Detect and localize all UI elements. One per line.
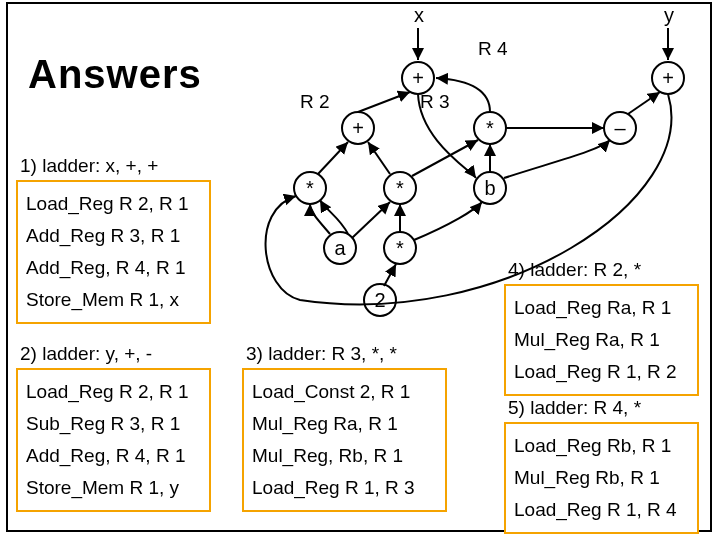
ladder1-header: 1) ladder: x, +, + xyxy=(20,155,158,177)
ladder5-header: 5) ladder: R 4, * xyxy=(508,397,641,419)
ladder3-line: Load_Const 2, R 1 xyxy=(252,376,437,408)
ladder5-box: Load_Reg Rb, R 1 Mul_Reg Rb, R 1 Load_Re… xyxy=(504,422,699,534)
ladder4-line: Load_Reg Ra, R 1 xyxy=(514,292,689,324)
ladder4-box: Load_Reg Ra, R 1 Mul_Reg Ra, R 1 Load_Re… xyxy=(504,284,699,396)
ladder4-line: Mul_Reg Ra, R 1 xyxy=(514,324,689,356)
ladder1-line: Store_Mem R 1, x xyxy=(26,284,201,316)
ladder2-line: Store_Mem R 1, y xyxy=(26,472,201,504)
ladder2-box: Load_Reg R 2, R 1 Sub_Reg R 3, R 1 Add_R… xyxy=(16,368,211,512)
ladder5-line: Mul_Reg Rb, R 1 xyxy=(514,462,689,494)
ladder1-box: Load_Reg R 2, R 1 Add_Reg R 3, R 1 Add_R… xyxy=(16,180,211,324)
ladder2-line: Load_Reg R 2, R 1 xyxy=(26,376,201,408)
ladder4-header: 4) ladder: R 2, * xyxy=(508,259,641,281)
ladder1-line: Load_Reg R 2, R 1 xyxy=(26,188,201,220)
ladder3-line: Load_Reg R 1, R 3 xyxy=(252,472,437,504)
ladder4-line: Load_Reg R 1, R 2 xyxy=(514,356,689,388)
ladder3-line: Mul_Reg, Rb, R 1 xyxy=(252,440,437,472)
ladder2-line: Add_Reg, R 4, R 1 xyxy=(26,440,201,472)
ladder1-line: Add_Reg, R 4, R 1 xyxy=(26,252,201,284)
page-title: Answers xyxy=(28,52,202,97)
ladder3-line: Mul_Reg Ra, R 1 xyxy=(252,408,437,440)
ladder2-header: 2) ladder: y, +, - xyxy=(20,343,152,365)
ladder1-line: Add_Reg R 3, R 1 xyxy=(26,220,201,252)
ladder2-line: Sub_Reg R 3, R 1 xyxy=(26,408,201,440)
ladder3-header: 3) ladder: R 3, *, * xyxy=(246,343,397,365)
ladder3-box: Load_Const 2, R 1 Mul_Reg Ra, R 1 Mul_Re… xyxy=(242,368,447,512)
ladder5-line: Load_Reg Rb, R 1 xyxy=(514,430,689,462)
ladder5-line: Load_Reg R 1, R 4 xyxy=(514,494,689,526)
